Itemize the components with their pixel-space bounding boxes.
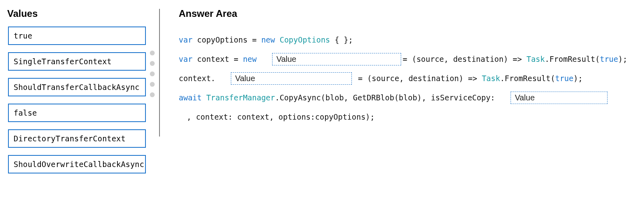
keyword-var: var bbox=[179, 35, 192, 44]
divider bbox=[159, 9, 160, 137]
code-text: = (source, destination) => bbox=[358, 74, 482, 83]
code-text: copyOptions = bbox=[192, 35, 261, 44]
code-text: , context: context, options:copyOptions)… bbox=[187, 112, 375, 121]
code-line: await TransferManager .CopyAsync(blob, G… bbox=[179, 91, 636, 104]
keyword-true: true bbox=[600, 55, 618, 63]
code-text: ); bbox=[573, 74, 583, 83]
code-line: , context: context, options:copyOptions)… bbox=[179, 110, 636, 124]
answer-panel: Answer Area var copyOptions = new CopyOp… bbox=[176, 8, 636, 129]
exam-question: { "values_heading": "Values", "values": … bbox=[0, 0, 644, 208]
drop-target[interactable]: Value bbox=[511, 92, 608, 104]
code-text: context = bbox=[192, 55, 243, 63]
value-item[interactable]: SingleTransferContext bbox=[8, 52, 146, 71]
drag-dot-icon bbox=[150, 51, 155, 55]
value-item[interactable]: false bbox=[8, 104, 146, 122]
drag-dot-icon bbox=[150, 61, 155, 66]
value-item[interactable]: ShouldOverwriteCallbackAsync bbox=[8, 155, 146, 173]
values-panel: Values true SingleTransferContext Should… bbox=[6, 8, 146, 181]
code-text: = (source, destination) => bbox=[403, 55, 527, 63]
code-text: { }; bbox=[330, 35, 353, 44]
drop-target[interactable]: Value bbox=[272, 53, 401, 65]
value-item[interactable]: DirectoryTransferContext bbox=[8, 129, 146, 148]
keyword-await: await bbox=[179, 93, 206, 102]
value-item[interactable]: true bbox=[8, 27, 146, 45]
drag-dot-icon bbox=[150, 71, 155, 76]
values-heading: Values bbox=[7, 8, 146, 19]
drag-dot-icon bbox=[150, 82, 155, 87]
answer-heading: Answer Area bbox=[179, 8, 636, 19]
code-text: ); bbox=[618, 55, 628, 63]
code-line: var copyOptions = new CopyOptions { }; bbox=[179, 33, 636, 47]
value-item[interactable]: ShouldTransferCallbackAsync bbox=[8, 78, 146, 96]
type-transfermanager: TransferManager bbox=[206, 93, 275, 102]
drag-dot-icon bbox=[150, 92, 155, 97]
code-line: context. Value = (source, destination) =… bbox=[179, 71, 636, 85]
code-line: var context = new Value = (source, desti… bbox=[179, 52, 636, 66]
drop-target[interactable]: Value bbox=[231, 72, 352, 85]
type-task: Task bbox=[527, 55, 545, 63]
code-block: var copyOptions = new CopyOptions { }; v… bbox=[176, 33, 636, 124]
keyword-true: true bbox=[555, 74, 573, 83]
type-copyoptions: CopyOptions bbox=[280, 35, 330, 44]
code-text: context. bbox=[179, 74, 216, 83]
code-text: .FromResult( bbox=[545, 55, 600, 63]
keyword-new: new bbox=[261, 35, 280, 44]
code-text: .CopyAsync(blob, GetDRBlob(blob), isServ… bbox=[275, 93, 495, 102]
code-text: .FromResult( bbox=[500, 74, 555, 83]
keyword-var: var bbox=[179, 55, 192, 63]
keyword-new: new bbox=[243, 55, 256, 63]
type-task: Task bbox=[482, 74, 500, 83]
